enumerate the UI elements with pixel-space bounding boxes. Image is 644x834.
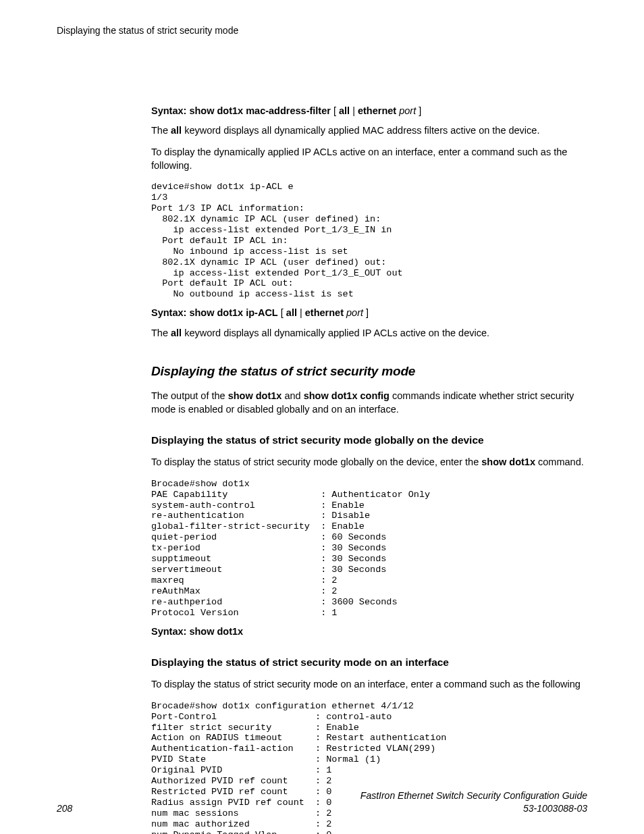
paragraph: To display the status of strict security…: [151, 678, 587, 692]
pipe: |: [297, 307, 305, 318]
kw-ethernet: ethernet: [305, 307, 344, 318]
doc-title: FastIron Ethernet Switch Security Config…: [360, 789, 587, 802]
page: Displaying the status of strict security…: [0, 0, 644, 834]
paragraph: The all keyword displays all dynamically…: [151, 327, 587, 340]
syntax-line-1: Syntax: show dot1x mac-address-filter [ …: [151, 105, 587, 118]
body-content: Syntax: show dot1x mac-address-filter [ …: [151, 105, 587, 834]
footer-right: FastIron Ethernet Switch Security Config…: [360, 789, 587, 815]
paragraph: The all keyword displays all dynamically…: [151, 124, 587, 138]
syntax-line-3: Syntax: show dot1x: [151, 625, 587, 639]
paragraph: To display the status of strict security…: [151, 456, 587, 469]
running-header: Displaying the status of strict security…: [57, 24, 587, 37]
bracket-open: [: [281, 307, 284, 318]
arg-port: port: [346, 307, 363, 318]
syntax-prefix: Syntax: show dot1x mac-address-filter: [151, 105, 331, 116]
paragraph: The output of the show dot1x and show do…: [151, 390, 587, 416]
bracket-close: ]: [366, 307, 369, 318]
subsection-heading: Displaying the status of strict security…: [151, 656, 587, 670]
subsection-heading: Displaying the status of strict security…: [151, 434, 587, 448]
bracket-open: [: [333, 105, 336, 116]
arg-port: port: [399, 105, 416, 116]
section-heading: Displaying the status of strict security…: [151, 363, 587, 380]
code-block-ip-acl: device#show dot1x ip-ACL e 1/3 Port 1/3 …: [151, 182, 587, 300]
syntax-prefix: Syntax: show dot1x ip-ACL: [151, 307, 278, 318]
syntax-line-2: Syntax: show dot1x ip-ACL [ all | ethern…: [151, 307, 587, 320]
page-footer: 208 FastIron Ethernet Switch Security Co…: [57, 789, 587, 815]
kw-ethernet: ethernet: [358, 105, 396, 116]
page-number: 208: [57, 802, 72, 815]
kw-all: all: [339, 105, 350, 116]
pipe: |: [350, 105, 358, 116]
kw-all: all: [286, 307, 297, 318]
doc-id: 53-1003088-03: [360, 802, 587, 815]
paragraph: To display the dynamically applied IP AC…: [151, 146, 587, 172]
code-block-show-dot1x: Brocade#show dot1x PAE Capability : Auth…: [151, 479, 587, 619]
bracket-close: ]: [419, 105, 421, 116]
